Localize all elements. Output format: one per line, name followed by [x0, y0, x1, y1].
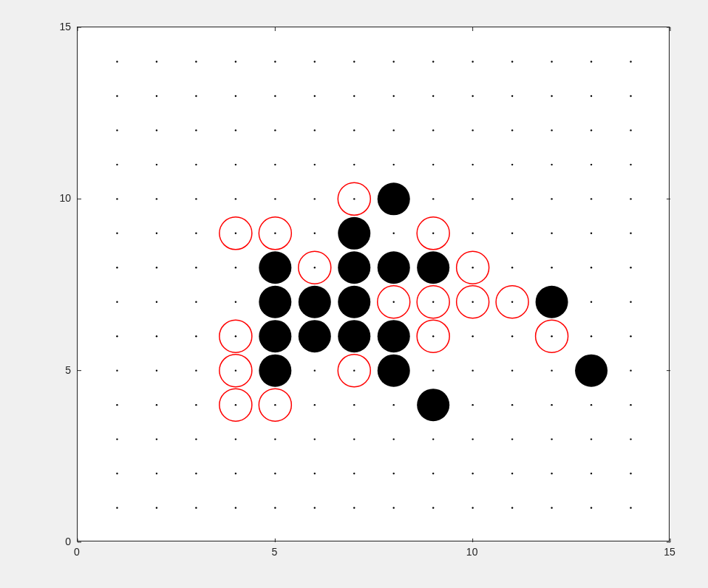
grid-dot: [630, 95, 631, 97]
grid-dot: [432, 95, 434, 97]
grid-dot: [195, 198, 197, 199]
grid-dot: [156, 95, 157, 97]
grid-dot: [590, 61, 592, 62]
grid-dot: [156, 301, 157, 303]
grid-dot: [116, 164, 118, 165]
black-filled-circles-marker: [259, 286, 291, 318]
grid-dot: [116, 129, 118, 131]
grid-dot: [551, 164, 552, 165]
grid-dot: [551, 61, 552, 62]
grid-dot: [432, 473, 434, 474]
axes-area: [77, 27, 670, 541]
grid-dot: [314, 61, 316, 62]
grid-dot: [590, 198, 592, 199]
grid-dot: [274, 473, 276, 474]
grid-dot: [116, 198, 118, 199]
grid-dot: [274, 233, 276, 234]
black-filled-circles-marker: [378, 251, 410, 284]
grid-dot: [511, 267, 513, 268]
grid-dot: [195, 301, 197, 303]
grid-dot: [393, 301, 395, 303]
grid-dot: [235, 233, 236, 234]
grid-dot: [472, 404, 473, 406]
grid-dot: [314, 129, 316, 131]
grid-dot: [551, 335, 552, 337]
grid-dot: [551, 233, 552, 234]
grid-dot: [630, 164, 631, 165]
grid-dot: [590, 507, 592, 508]
grid-dot: [116, 335, 118, 337]
x-tick-label: 5: [271, 546, 277, 558]
grid-dot: [274, 438, 276, 440]
grid-dot: [472, 438, 473, 440]
grid-dot: [393, 473, 395, 474]
grid-dot: [393, 164, 395, 165]
grid-dot: [393, 438, 395, 440]
grid-dot: [511, 438, 513, 440]
grid-dot: [235, 404, 236, 406]
grid-dot: [156, 404, 157, 406]
grid-dot: [472, 233, 473, 234]
grid-dot: [551, 438, 552, 440]
black-filled-circles-marker: [536, 286, 568, 318]
grid-dot: [472, 129, 473, 131]
grid-dot: [353, 61, 355, 62]
grid-dot: [116, 301, 118, 303]
grid-dot: [314, 438, 316, 440]
grid-dot: [472, 95, 473, 97]
grid-dot: [630, 404, 631, 406]
black-filled-circles-marker: [417, 251, 449, 284]
grid-dot: [274, 164, 276, 165]
grid-dot: [432, 438, 434, 440]
grid-dot: [353, 369, 355, 371]
grid-dot: [630, 369, 631, 371]
grid-dot: [551, 267, 552, 268]
grid-dot: [156, 61, 157, 62]
grid-dot: [590, 438, 592, 440]
grid-dot: [432, 233, 434, 234]
black-filled-circles-marker: [259, 320, 291, 352]
grid-dot: [235, 95, 236, 97]
grid-dot: [195, 404, 197, 406]
grid-dot: [274, 61, 276, 62]
grid-dot: [630, 267, 631, 268]
grid-dot: [235, 267, 236, 268]
grid-dot: [630, 507, 631, 508]
grid-dot: [314, 95, 316, 97]
grid-dot: [432, 129, 434, 131]
grid-dot: [511, 335, 513, 337]
grid-dot: [511, 369, 513, 371]
black-filled-circles-marker: [417, 389, 449, 421]
grid-dot: [195, 164, 197, 165]
grid-dot: [511, 164, 513, 165]
grid-dot: [156, 335, 157, 337]
grid-dot: [511, 233, 513, 234]
grid-dot: [353, 198, 355, 199]
grid-dot: [156, 369, 157, 371]
y-tick-label: 15: [59, 21, 71, 33]
grid-dot: [353, 473, 355, 474]
grid-dot: [511, 507, 513, 508]
grid-dot: [314, 164, 316, 165]
black-filled-circles-marker: [378, 320, 410, 352]
grid-dot: [590, 267, 592, 268]
grid-dot: [590, 473, 592, 474]
black-filled-circles-marker: [299, 286, 331, 318]
grid-dot: [314, 267, 316, 268]
grid-dot: [432, 301, 434, 303]
grid-dot: [432, 507, 434, 508]
grid-dot: [630, 335, 631, 337]
grid-dot: [116, 369, 118, 371]
grid-dot: [432, 335, 434, 337]
figure-background: 051015051015: [0, 0, 708, 588]
grid-dot: [590, 233, 592, 234]
grid-dot: [156, 507, 157, 508]
grid-dot: [274, 95, 276, 97]
grid-dot: [314, 473, 316, 474]
grid-dot: [195, 129, 197, 131]
grid-dot: [195, 438, 197, 440]
grid-dot: [432, 198, 434, 199]
grid-dot: [393, 129, 395, 131]
scatter-plot-svg: [78, 27, 669, 541]
grid-dot: [274, 198, 276, 199]
